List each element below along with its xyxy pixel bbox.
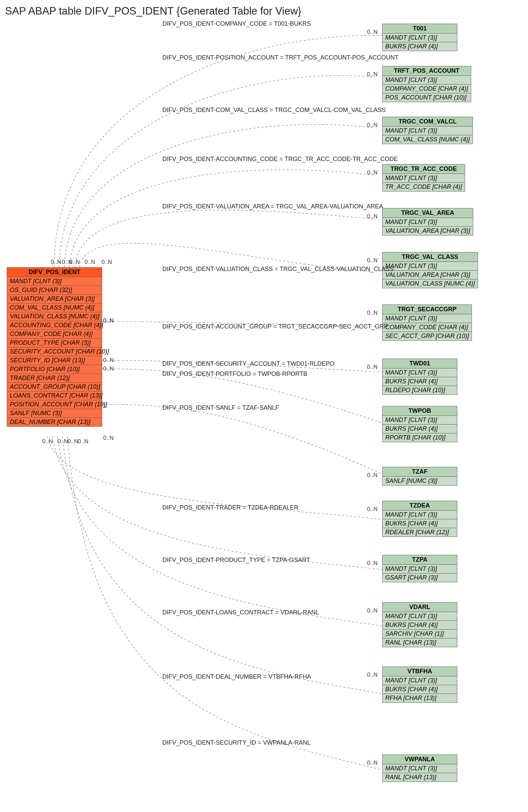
entity-field: MANDT [CLNT (3)]	[383, 676, 457, 685]
entity-field: RANL [CHAR (13)]	[383, 638, 457, 647]
cardinality-left: 0..N	[103, 357, 114, 364]
relation-label: DIFV_POS_IDENT-POSITION_ACCOUNT = TRFT_P…	[162, 54, 398, 61]
entity-field: RFHA [CHAR (13)]	[383, 694, 457, 702]
entity-field: MANDT [CLNT (3)]	[383, 262, 478, 271]
entity-field: SARCHIV [CHAR (1)]	[383, 629, 457, 638]
entity-field: RLDEPO [CHAR (10)]	[383, 386, 457, 394]
entity-field: ACCOUNTING_CODE [CHAR (4)]	[7, 321, 102, 330]
cardinality-left: 0..N	[103, 317, 114, 324]
cardinality-right: 0..N	[367, 364, 378, 371]
relation-label: DIFV_POS_IDENT-COMPANY_CODE = T001-BUKRS	[162, 20, 311, 27]
cardinality-right: 0..N	[367, 560, 378, 567]
entity-field: PORTFOLIO [CHAR (10)]	[7, 365, 102, 374]
cardinality-right: 0..N	[367, 671, 378, 678]
entity-header: TWPOB	[383, 406, 457, 416]
entity-trgc_val_area: TRGC_VAL_AREAMANDT [CLNT (3)]VALUATION_A…	[382, 208, 473, 235]
entity-field: BUKRS [CHAR (4)]	[383, 377, 457, 386]
cardinality-left: 0..N	[69, 259, 80, 265]
entity-header: TZDEA	[383, 501, 457, 510]
cardinality-left: 0..N	[51, 259, 61, 265]
relation-label: DIFV_POS_IDENT-LOANS_CONTRACT = VDARL-RA…	[162, 609, 319, 616]
entity-field: MANDT [CLNT (3)]	[383, 764, 457, 773]
entity-field: VALUATION_AREA [CHAR (3)]	[383, 227, 473, 235]
entity-field: MANDT [CLNT (3)]	[383, 218, 473, 227]
entity-field: RANL [CHAR (13)]	[383, 773, 457, 782]
cardinality-left: 0..N	[42, 438, 53, 445]
cardinality-left: 0..N	[102, 259, 112, 265]
entity-field: MANDT [CLNT (3)]	[383, 368, 457, 377]
entity-header: T001	[383, 24, 457, 33]
entity-field: TR_ACC_CODE [CHAR (4)]	[383, 183, 465, 191]
entity-header: DIFV_POS_IDENT	[7, 267, 102, 277]
entity-trgc_tr_acc_code: TRGC_TR_ACC_CODEMANDT [CLNT (3)]TR_ACC_C…	[382, 164, 465, 191]
entity-field: BUKRS [CHAR (4)]	[383, 621, 457, 629]
entity-field: MANDT [CLNT (3)]	[383, 416, 457, 425]
entity-field: BUKRS [CHAR (4)]	[383, 519, 457, 528]
entity-field: VALUATION_CLASS [NUMC (4)]	[383, 279, 478, 288]
entity-twd01: TWD01MANDT [CLNT (3)]BUKRS [CHAR (4)]RLD…	[382, 359, 457, 395]
cardinality-right: 0..N	[367, 309, 378, 316]
cardinality-left: 0..N	[68, 438, 78, 445]
entity-field: ACCOUNT_GROUP [CHAR (10)]	[7, 383, 102, 391]
entity-field: POSITION_ACCOUNT [CHAR (10)]	[7, 400, 102, 409]
entity-field: LOANS_CONTRACT [CHAR (13)]	[7, 391, 102, 400]
entity-field: MANDT [CLNT (3)]	[383, 314, 471, 323]
cardinality-right: 0..N	[367, 122, 378, 129]
cardinality-right: 0..N	[367, 213, 378, 220]
entity-t001: T001MANDT [CLNT (3)]BUKRS [CHAR (4)]	[382, 24, 457, 51]
entity-header: VWPANLA	[383, 755, 457, 764]
entity-field: MANDT [CLNT (3)]	[383, 510, 457, 519]
entity-field: MANDT [CLNT (3)]	[383, 174, 465, 183]
relation-label: DIFV_POS_IDENT-VALUATION_AREA = TRGC_VAL…	[162, 203, 383, 210]
entity-field: VALUATION_AREA [CHAR (3)]	[383, 271, 478, 279]
entity-field: MANDT [CLNT (3)]	[383, 127, 472, 135]
entity-header: TRGC_COM_VALCL	[383, 117, 472, 127]
entity-header: TRGT_SECACCGRP	[383, 305, 471, 314]
entity-field: DEAL_NUMBER [CHAR (13)]	[7, 418, 102, 426]
entity-vwpanla: VWPANLAMANDT [CLNT (3)]RANL [CHAR (13)]	[382, 754, 457, 782]
entity-field: POS_ACCOUNT [CHAR (10)]	[383, 93, 471, 102]
cardinality-right: 0..N	[367, 506, 378, 512]
relation-label: DIFV_POS_IDENT-VALUATION_CLASS = TRGC_VA…	[162, 265, 394, 273]
entity-field: COM_VAL_CLASS [NUMC (4)]	[7, 304, 102, 312]
entity-header: TRGC_TR_ACC_CODE	[383, 164, 465, 174]
entity-header: VTBFHA	[383, 667, 457, 676]
relation-label: DIFV_POS_IDENT-SECURITY_ID = VWPANLA-RAN…	[162, 739, 310, 746]
entity-difv-pos-ident: DIFV_POS_IDENT MANDT [CLNT (3)]OS_GUID […	[7, 267, 102, 426]
entity-field: COM_VAL_CLASS [NUMC (4)]	[383, 135, 472, 144]
entity-field: MANDT [CLNT (3)]	[383, 76, 471, 85]
entity-header: TRGC_VAL_CLASS	[383, 252, 478, 262]
entity-trft_pos_account: TRFT_POS_ACCOUNTMANDT [CLNT (3)]COMPANY_…	[382, 66, 471, 102]
entity-field: SANLF [NUMC (3)]	[383, 477, 457, 485]
relation-label: DIFV_POS_IDENT-SECURITY_ACCOUNT = TWD01-…	[162, 360, 335, 367]
entity-tzdea: TZDEAMANDT [CLNT (3)]BUKRS [CHAR (4)]RDE…	[382, 501, 457, 537]
entity-field: GSART [CHAR (3)]	[383, 574, 457, 582]
relation-label: DIFV_POS_IDENT-SANLF = TZAF-SANLF	[162, 404, 279, 411]
entity-trgt_secaccgrp: TRGT_SECACCGRPMANDT [CLNT (3)]COMPANY_CO…	[382, 304, 472, 341]
entity-field: PRODUCT_TYPE [CHAR (3)]	[7, 339, 102, 347]
entity-header: TRFT_POS_ACCOUNT	[383, 66, 471, 76]
relation-label: DIFV_POS_IDENT-DEAL_NUMBER = VTBFHA-RFHA	[162, 673, 311, 680]
relation-label: DIFV_POS_IDENT-PORTFOLIO = TWPOB-RPORTB	[162, 371, 307, 378]
entity-field: SEC_ACCT_GRP [CHAR (10)]	[383, 332, 471, 340]
entity-trgc_com_valcl: TRGC_COM_VALCLMANDT [CLNT (3)]COM_VAL_CL…	[382, 117, 473, 144]
entity-field: VALUATION_CLASS [NUMC (4)]	[7, 312, 102, 321]
entity-header: TWD01	[383, 359, 457, 368]
relation-label: DIFV_POS_IDENT-PRODUCT_TYPE = TZPA-GSART	[162, 556, 310, 564]
entity-field: BUKRS [CHAR (4)]	[383, 685, 457, 694]
cardinality-right: 0..N	[367, 169, 378, 176]
cardinality-right: 0..N	[367, 257, 378, 264]
cardinality-right: 0..N	[367, 607, 378, 614]
entity-header: TRGC_VAL_AREA	[383, 208, 473, 218]
entity-field: TRADER [CHAR (12)]	[7, 374, 102, 383]
page-title: SAP ABAP table DIFV_POS_IDENT {Generated…	[5, 5, 302, 17]
entity-field: MANDT [CLNT (3)]	[383, 33, 457, 42]
cardinality-left: 1	[103, 403, 106, 409]
cardinality-right: 0..N	[367, 71, 378, 78]
entity-twpob: TWPOBMANDT [CLNT (3)]BUKRS [CHAR (4)]RPO…	[382, 406, 457, 442]
relation-label: DIFV_POS_IDENT-ACCOUNT_GROUP = TRGT_SECA…	[162, 323, 388, 330]
cardinality-left: 0..N	[85, 259, 95, 265]
entity-vtbfha: VTBFHAMANDT [CLNT (3)]BUKRS [CHAR (4)]RF…	[382, 667, 457, 703]
entity-header: VDARL	[383, 603, 457, 612]
entity-field: COMPANY_CODE [CHAR (4)]	[383, 323, 471, 332]
